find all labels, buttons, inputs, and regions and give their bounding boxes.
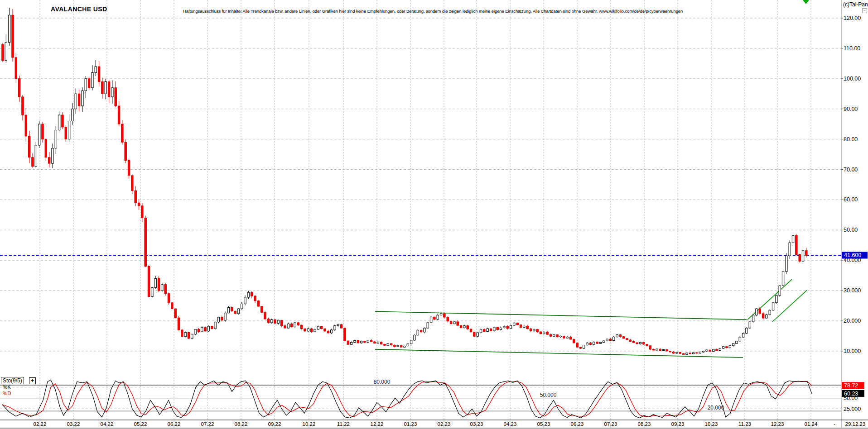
candle-body <box>417 330 419 335</box>
candle-body <box>12 15 14 57</box>
candle-body <box>506 326 508 329</box>
candle-body <box>792 235 794 243</box>
candle-body <box>559 336 561 337</box>
candle-body <box>8 15 10 42</box>
x-axis-label: 12.23 <box>771 421 784 427</box>
candle-body <box>158 278 159 291</box>
candle-body <box>789 243 791 256</box>
candle-body <box>606 339 608 341</box>
candle-body <box>32 157 34 167</box>
candle-body <box>25 115 27 136</box>
candle-body <box>712 349 714 352</box>
candle-body <box>108 81 110 96</box>
candle-body <box>211 326 213 329</box>
candle-body <box>616 335 618 337</box>
percent-k-curve <box>2 380 812 418</box>
percent-d-legend: %D <box>3 391 11 396</box>
candle-body <box>786 256 787 272</box>
candle-body <box>88 79 90 88</box>
last-price-badge: 41.600 <box>844 252 861 258</box>
stoch-level-label: 50.000 <box>540 392 557 398</box>
candle-body <box>128 160 130 175</box>
candle-body <box>629 340 631 341</box>
candle-body <box>646 344 648 346</box>
candle-body <box>92 72 93 87</box>
candle-body <box>766 315 767 318</box>
chart-title: AVALANCHE USD <box>51 5 107 13</box>
candle-body <box>78 94 80 106</box>
candle-body <box>337 324 339 326</box>
candle-body <box>357 340 359 343</box>
x-axis-label: 10.22 <box>303 421 316 427</box>
candle-body <box>434 317 435 319</box>
candle-body <box>22 97 24 115</box>
candle-body <box>736 341 738 343</box>
x-axis-label: 07.23 <box>604 421 617 427</box>
candle-body <box>42 124 43 139</box>
candle-body <box>194 329 196 334</box>
candle-body <box>420 330 422 332</box>
candle-body <box>141 206 143 218</box>
steep-lower-trendline <box>772 290 807 322</box>
x-axis-label: 12.22 <box>371 421 384 427</box>
candle-body <box>453 322 455 324</box>
candle-body <box>15 57 17 79</box>
candle-body <box>550 334 551 336</box>
candle-body <box>729 346 731 348</box>
candle-body <box>400 345 402 347</box>
candle-body <box>317 326 319 329</box>
candle-body <box>217 317 219 322</box>
candle-body <box>706 350 708 351</box>
candle-body <box>267 319 269 323</box>
x-axis-label: 02.22 <box>34 421 47 427</box>
candle-body <box>394 345 395 347</box>
candle-body <box>247 292 249 297</box>
candle-body <box>294 323 296 327</box>
candle-body <box>85 79 87 91</box>
candle-body <box>327 331 329 333</box>
candle-body <box>633 341 635 343</box>
candle-body <box>652 349 654 350</box>
candle-body <box>191 334 193 338</box>
candle-body <box>65 127 67 139</box>
price-axis-label: 90.00 <box>844 106 858 112</box>
candle-body <box>769 310 771 315</box>
x-axis-label: 03.23 <box>470 421 483 427</box>
add-indicator-button[interactable]: + <box>29 377 36 384</box>
candle-body <box>344 328 346 341</box>
candle-body <box>480 329 482 333</box>
candle-body <box>62 115 63 127</box>
candle-body <box>184 332 186 336</box>
candle-body <box>131 176 133 191</box>
price-axis-label: 50.00 <box>844 227 858 233</box>
candle-body <box>593 342 595 344</box>
stochastic-settings-button[interactable]: Sto(9/5) <box>1 377 24 384</box>
candle-body <box>639 342 641 343</box>
candle-body <box>360 341 362 343</box>
candle-body <box>82 91 83 106</box>
candle-body <box>111 88 113 97</box>
candle-body <box>251 292 253 296</box>
candle-body <box>427 323 429 328</box>
candle-body <box>274 319 276 323</box>
candle-body <box>603 341 605 342</box>
candle-body <box>444 314 445 317</box>
candle-body <box>569 337 571 339</box>
candle-body <box>749 322 751 328</box>
candle-body <box>374 342 376 343</box>
candle-body <box>287 324 289 328</box>
candle-body <box>623 337 625 338</box>
x-axis-label: 07.22 <box>201 421 214 427</box>
candle-body <box>440 314 442 315</box>
candle-body <box>805 251 807 256</box>
candle-body <box>75 94 77 109</box>
candle-body <box>556 335 558 337</box>
candle-body <box>566 337 568 338</box>
candle-body <box>261 306 263 312</box>
collapse-icon[interactable]: – <box>862 8 867 13</box>
price-axis-label: 10.000 <box>844 348 861 354</box>
candle-body <box>198 329 199 332</box>
candle-body <box>55 130 57 148</box>
candle-body <box>221 317 223 320</box>
candle-body <box>540 332 541 334</box>
